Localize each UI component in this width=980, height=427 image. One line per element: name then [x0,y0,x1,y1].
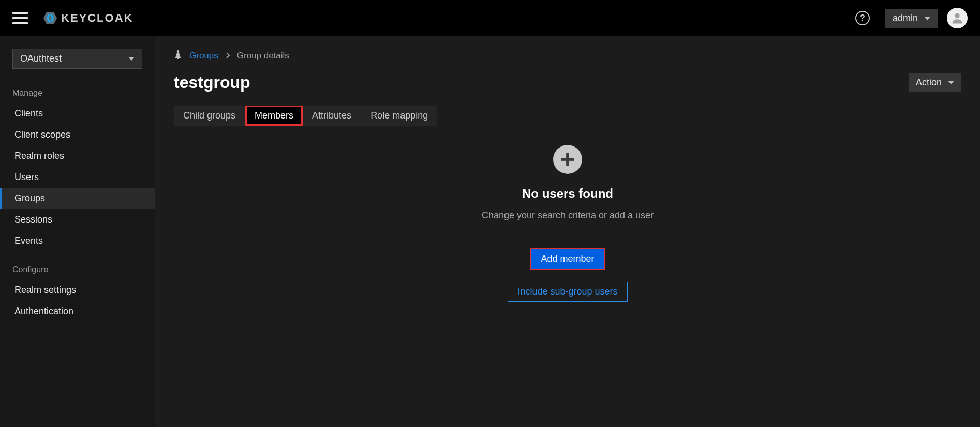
empty-state: No users found Change your search criter… [174,145,961,302]
nav-sessions[interactable]: Sessions [0,209,155,230]
user-label: admin [893,13,918,24]
include-subgroup-button[interactable]: Include sub-group users [508,282,627,302]
nav-events[interactable]: Events [0,230,155,252]
tab-attributes[interactable]: Attributes [303,106,361,126]
breadcrumb: Groups Group details [174,50,961,62]
topbar: KEYCLOAK ? admin [0,0,980,36]
caret-down-icon [924,17,930,20]
add-member-button[interactable]: Add member [530,248,605,270]
chevron-right-icon [226,51,230,61]
caret-down-icon [128,57,135,61]
page-title: testgroup [174,73,250,92]
tab-role-mapping[interactable]: Role mapping [361,106,438,126]
realm-name: OAuthtest [20,53,62,64]
nav-realm-settings[interactable]: Realm settings [0,279,155,301]
tab-members[interactable]: Members [245,106,303,126]
empty-subtitle: Change your search criteria or add a use… [482,210,654,221]
action-menu[interactable]: Action [909,73,961,92]
tab-child-groups[interactable]: Child groups [174,106,245,126]
hamburger-menu[interactable] [12,12,28,24]
realm-selector[interactable]: OAuthtest [12,49,142,69]
nav-clients[interactable]: Clients [0,103,155,124]
svg-rect-6 [561,158,574,161]
content: Groups Group details testgroup Action Ch… [155,36,980,427]
section-label-configure: Configure [0,252,155,279]
svg-point-3 [955,13,959,18]
nav-users[interactable]: Users [0,167,155,188]
avatar[interactable] [947,8,968,28]
person-icon [950,11,964,25]
breadcrumb-root[interactable]: Groups [189,51,218,61]
nav-client-scopes[interactable]: Client scopes [0,124,155,145]
svg-marker-0 [43,12,57,24]
sidebar: OAuthtest Manage Clients Client scopes R… [0,36,155,427]
brand-text: KEYCLOAK [61,11,133,25]
user-menu[interactable]: admin [885,9,938,28]
empty-title: No users found [522,186,613,201]
nav-realm-roles[interactable]: Realm roles [0,145,155,167]
svg-marker-4 [175,50,181,59]
plus-circle-icon [553,145,582,174]
tree-icon [174,50,182,62]
section-label-manage: Manage [0,75,155,103]
nav-authentication[interactable]: Authentication [0,301,155,322]
caret-down-icon [948,81,954,84]
help-icon[interactable]: ? [855,11,870,25]
nav-groups[interactable]: Groups [0,188,155,209]
tabs: Child groups Members Attributes Role map… [174,106,961,126]
action-label: Action [916,77,942,88]
keycloak-icon [42,10,58,26]
brand-logo[interactable]: KEYCLOAK [42,10,133,26]
breadcrumb-current: Group details [237,51,289,61]
